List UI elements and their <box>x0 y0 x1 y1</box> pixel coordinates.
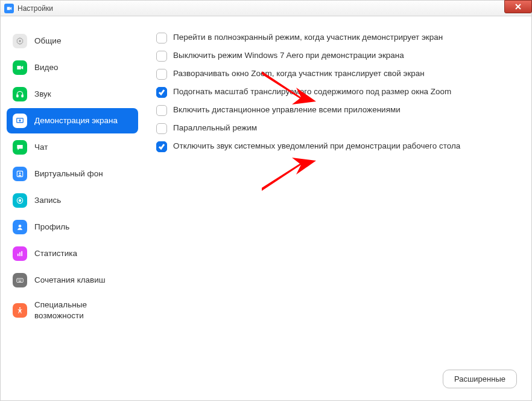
sidebar-item-label: Профиль <box>34 222 69 233</box>
option-label: Разворачивать окно Zoom, когда участник … <box>173 68 425 80</box>
sidebar-item-label: Статистика <box>34 248 77 259</box>
svg-point-7 <box>19 199 21 202</box>
svg-point-8 <box>19 225 22 228</box>
sidebar-item-label: Общие <box>34 36 61 47</box>
annotation-arrow-icon <box>259 152 316 196</box>
titlebar: Настройки <box>1 1 531 16</box>
sidebar-item-profile[interactable]: Профиль <box>7 214 138 240</box>
sidebar-item-general[interactable]: Общие <box>7 28 138 54</box>
option-remote-control-all[interactable]: Включить дистанционное управление всеми … <box>156 104 519 116</box>
checkbox[interactable] <box>156 87 167 98</box>
sidebar-item-label: Видео <box>34 62 58 73</box>
sidebar-item-label: Демонстрация экрана <box>34 115 118 126</box>
svg-rect-11 <box>21 251 22 256</box>
svg-rect-1 <box>17 95 18 97</box>
record-icon <box>13 193 27 208</box>
option-fullscreen-on-share[interactable]: Перейти в полноэкранный режим, когда уча… <box>156 32 519 43</box>
gear-icon <box>13 34 27 48</box>
svg-rect-12 <box>17 278 24 282</box>
svg-rect-15 <box>21 280 21 280</box>
option-label: Параллельный режим <box>173 123 257 134</box>
checkbox[interactable] <box>156 51 167 62</box>
sidebar: Общие Видео Звук Демонстрация экрана <box>1 16 144 400</box>
sidebar-item-label: Запись <box>34 195 61 206</box>
checkbox[interactable] <box>156 69 167 80</box>
sidebar-item-chat[interactable]: Чат <box>7 135 138 160</box>
sidebar-item-label: Звук <box>34 89 51 100</box>
sidebar-item-label: Сочетания клавиш <box>34 275 106 286</box>
option-label: Перейти в полноэкранный режим, когда уча… <box>173 32 443 43</box>
svg-point-5 <box>19 172 21 174</box>
close-button[interactable] <box>504 0 532 13</box>
sidebar-item-label: Специальные возможности <box>34 300 132 321</box>
svg-rect-10 <box>19 252 21 256</box>
svg-point-17 <box>19 307 21 308</box>
app-icon <box>4 4 14 13</box>
window-body: Общие Видео Звук Демонстрация экрана <box>1 16 531 400</box>
share-screen-icon <box>13 114 27 128</box>
sidebar-item-accessibility[interactable]: Специальные возможности <box>7 294 138 326</box>
svg-rect-9 <box>17 254 19 256</box>
checkbox[interactable] <box>156 105 167 116</box>
advanced-button[interactable]: Расширенные <box>443 370 517 388</box>
checkbox[interactable] <box>156 123 167 134</box>
sidebar-item-share-screen[interactable]: Демонстрация экрана <box>7 108 138 133</box>
sidebar-item-video[interactable]: Видео <box>7 55 138 80</box>
stats-icon <box>13 246 27 261</box>
option-maximize-on-share[interactable]: Разворачивать окно Zoom, когда участник … <box>156 68 519 80</box>
option-label: Включить дистанционное управление всеми … <box>173 104 401 116</box>
option-label: Отключить звук системных уведомлений при… <box>173 141 460 152</box>
option-disable-aero[interactable]: Выключить режим Windows 7 Aero при демон… <box>156 50 519 62</box>
profile-icon <box>13 220 27 234</box>
accessibility-icon <box>13 303 27 318</box>
svg-rect-13 <box>18 280 19 280</box>
sidebar-item-label: Виртуальный фон <box>34 168 103 179</box>
sidebar-item-label: Чат <box>34 142 48 153</box>
sidebar-item-virtual-background[interactable]: Виртуальный фон <box>7 161 138 187</box>
sidebar-item-statistics[interactable]: Статистика <box>7 241 138 266</box>
window-title: Настройки <box>17 4 53 13</box>
chat-icon <box>13 140 27 155</box>
sidebar-item-audio[interactable]: Звук <box>7 82 138 107</box>
svg-point-0 <box>19 40 21 42</box>
content-pane: Перейти в полноэкранный режим, когда уча… <box>144 16 531 400</box>
options-list: Перейти в полноэкранный режим, когда уча… <box>156 32 519 152</box>
option-scale-to-fit[interactable]: Подогнать масштаб транслируемого содержи… <box>156 86 519 98</box>
option-label: Выключить режим Windows 7 Aero при демон… <box>173 50 404 62</box>
svg-rect-2 <box>22 95 23 97</box>
settings-window: Настройки Общие Видео З <box>0 0 532 401</box>
option-mute-notifications[interactable]: Отключить звук системных уведомлений при… <box>156 141 519 152</box>
virtual-background-icon <box>13 167 27 181</box>
svg-rect-16 <box>19 281 22 281</box>
checkbox[interactable] <box>156 33 167 43</box>
checkbox[interactable] <box>156 141 167 152</box>
video-icon <box>13 60 27 75</box>
keyboard-icon <box>13 273 27 287</box>
svg-rect-14 <box>19 280 20 280</box>
headphones-icon <box>13 87 27 101</box>
option-side-by-side[interactable]: Параллельный режим <box>156 123 519 134</box>
option-label: Подогнать масштаб транслируемого содержи… <box>173 86 451 98</box>
sidebar-item-recording[interactable]: Запись <box>7 188 138 213</box>
sidebar-item-keyboard-shortcuts[interactable]: Сочетания клавиш <box>7 268 138 293</box>
